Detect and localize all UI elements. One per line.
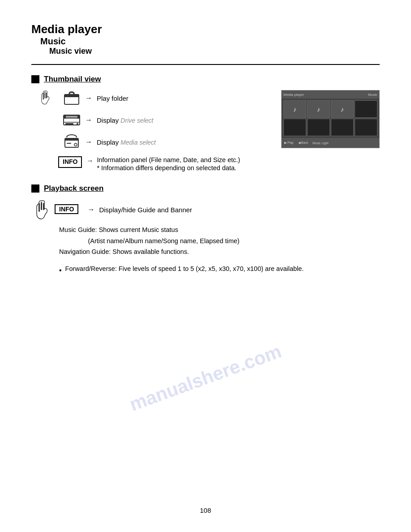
- play-folder-desc: Play folder: [97, 94, 272, 102]
- drive-icon-cell: [58, 112, 85, 128]
- music-note-3: ♪: [341, 106, 344, 113]
- bag-icon: [63, 90, 81, 106]
- screenshot-title-left: Media player: [283, 93, 304, 97]
- page-number: 108: [200, 506, 211, 514]
- thumbnail-screenshot: Media player Music ♪ ♪ ♪: [281, 90, 380, 148]
- info-badge-thumbnail: INFO: [58, 156, 82, 168]
- media-select-desc: Display Media select: [97, 138, 272, 146]
- screenshot-grid: ♪ ♪ ♪: [282, 99, 379, 138]
- svg-rect-19: [43, 203, 44, 210]
- svg-rect-7: [64, 115, 80, 119]
- thumbnail-view-section: Thumbnail view: [31, 75, 380, 172]
- svg-rect-14: [65, 138, 78, 141]
- media-icon-cell: [58, 134, 85, 150]
- screenshot-bottom-text2: ◀ Back: [298, 141, 308, 145]
- grid-cell-3: ♪: [331, 100, 354, 118]
- svg-rect-17: [39, 203, 40, 212]
- guide-line-2: (Artist name/Album name/Song name, Elaps…: [59, 236, 380, 247]
- svg-point-16: [74, 143, 77, 146]
- music-note-1: ♪: [293, 106, 296, 113]
- title-sub2: Music view: [49, 47, 380, 56]
- arrow-3: →: [85, 138, 97, 146]
- grid-cell-6: [307, 119, 330, 136]
- info-text-thumbnail: Information panel (File name, Date, and …: [97, 156, 240, 172]
- section-divider: [31, 64, 380, 65]
- bullet-list: • Forward/Reverse: Five levels of speed …: [59, 264, 380, 276]
- playback-heading-text: Playback screen: [44, 184, 103, 193]
- svg-rect-18: [41, 202, 42, 210]
- info-desc-1: Information panel (File name, Date, and …: [97, 156, 240, 163]
- svg-point-10: [77, 123, 78, 125]
- icon-row-play-folder: → Play folder: [31, 90, 272, 106]
- remote-hand-icon: [37, 90, 53, 106]
- section-square-icon: [31, 75, 39, 83]
- playback-heading: Playback screen: [31, 184, 380, 193]
- info-badge-playback-cell: INFO: [55, 205, 83, 214]
- playback-screen-section: Playback screen INFO → Display/hide Guid…: [31, 184, 380, 276]
- bullet-text-1: Forward/Reverse: Five levels of speed 1 …: [65, 264, 304, 274]
- guide-text-block: Music Guide: Shows current Music status …: [59, 224, 380, 257]
- grid-cell-1: ♪: [283, 100, 306, 118]
- media-select-prefix: Display: [97, 138, 120, 146]
- thumbnail-heading: Thumbnail view: [31, 75, 380, 84]
- drive-select-desc: Display Drive select: [97, 116, 272, 124]
- title-sub1: Music: [40, 36, 380, 47]
- drive-select-highlight: Drive select: [120, 117, 153, 124]
- svg-rect-4: [64, 94, 79, 97]
- thumbnail-content: → Play folder: [31, 90, 380, 172]
- svg-rect-15: [67, 143, 71, 144]
- icon-list: → Play folder: [31, 90, 272, 172]
- bullet-item-1: • Forward/Reverse: Five levels of speed …: [59, 264, 380, 276]
- grid-cell-2: ♪: [307, 100, 330, 118]
- screenshot-bottom-text3: Music Light: [313, 142, 328, 145]
- music-note-2: ♪: [317, 106, 320, 113]
- remote-hand-icon-2: [33, 199, 48, 220]
- svg-rect-2: [46, 93, 47, 99]
- watermark: manualshere.com: [127, 340, 284, 415]
- playback-remote-icon: [31, 199, 50, 220]
- grid-cell-4: [355, 100, 377, 118]
- title-main: Media player: [31, 22, 380, 36]
- grid-cell-8: [355, 119, 377, 136]
- header-section: Media player Music Music view: [31, 22, 380, 56]
- drive-select-prefix: Display: [97, 116, 120, 124]
- media-select-highlight: Media select: [120, 139, 156, 146]
- screenshot-bottom: ▶ Play ◀ Back Music Light: [282, 138, 379, 148]
- section-square-icon-2: [31, 184, 39, 193]
- svg-rect-5: [70, 93, 73, 94]
- svg-rect-1: [44, 92, 45, 98]
- screenshot-title-right: Music: [368, 93, 377, 97]
- playback-arrow: →: [87, 206, 99, 214]
- playback-info-desc: Display/hide Guide and Banner: [99, 206, 380, 214]
- icon-row-drive-select: → Display Drive select: [31, 112, 272, 128]
- guide-line-1: Music Guide: Shows current Music status: [59, 224, 380, 236]
- info-arrow-thumbnail: →: [86, 157, 93, 164]
- remote-icon-cell: [31, 90, 58, 106]
- info-badge-playback: INFO: [55, 204, 78, 214]
- svg-rect-0: [43, 93, 44, 100]
- svg-rect-9: [65, 123, 73, 124]
- playback-icon-row: INFO → Display/hide Guide and Banner: [31, 199, 380, 220]
- grid-cell-7: [331, 119, 354, 136]
- info-row-thumbnail: INFO → Information panel (File name, Dat…: [58, 156, 272, 172]
- screenshot-bottom-text1: ▶ Play: [284, 141, 294, 145]
- screenshot-top-bar: Media player Music: [282, 90, 379, 99]
- bullet-dot-1: •: [59, 265, 62, 276]
- arrow-2: →: [85, 116, 97, 124]
- screenshot-inner: Media player Music ♪ ♪ ♪: [282, 90, 379, 148]
- icon-row-media-select: → Display Media select: [31, 134, 272, 150]
- drive-icon: [62, 112, 81, 128]
- arrow-1: →: [85, 94, 97, 102]
- folder-icon-cell: [58, 90, 85, 106]
- media-icon: [63, 134, 80, 150]
- guide-line-3: Navigation Guide: Shows available functi…: [59, 246, 380, 257]
- info-note-1: * Information differs depending on selec…: [97, 164, 240, 172]
- thumbnail-heading-text: Thumbnail view: [44, 75, 101, 84]
- grid-cell-5: [283, 119, 306, 136]
